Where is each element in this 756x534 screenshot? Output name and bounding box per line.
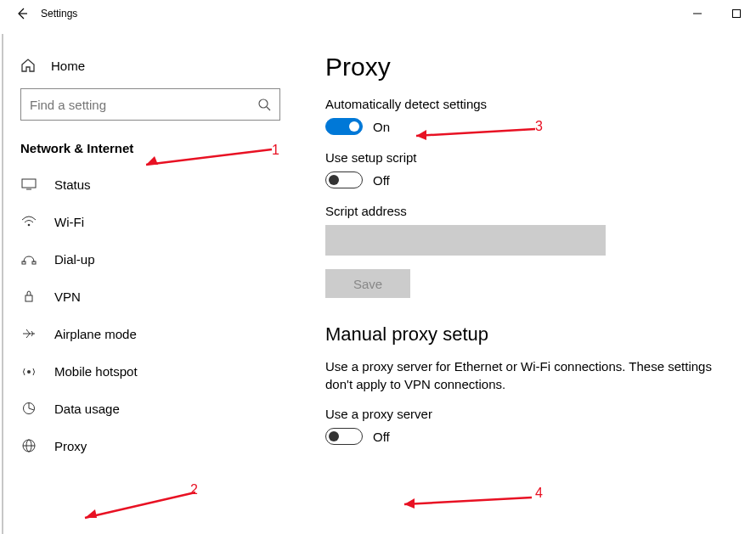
monitor-icon — [20, 178, 37, 190]
home-icon — [20, 58, 37, 73]
use-proxy-label: Use a proxy server — [325, 407, 732, 421]
search-icon — [257, 98, 271, 111]
minimize-button[interactable] — [678, 0, 717, 27]
auto-detect-toggle[interactable] — [325, 118, 363, 135]
search-input[interactable] — [30, 98, 257, 112]
svg-rect-7 — [22, 261, 25, 264]
use-proxy-toggle[interactable] — [325, 428, 363, 445]
sidebar-item-hotspot[interactable]: Mobile hotspot — [0, 352, 301, 390]
svg-point-2 — [259, 99, 268, 108]
sidebar-item-dialup[interactable]: Dial-up — [0, 240, 301, 278]
svg-point-10 — [27, 370, 31, 374]
svg-rect-1 — [733, 9, 741, 17]
svg-line-3 — [267, 107, 270, 110]
svg-rect-8 — [32, 261, 36, 264]
maximize-button[interactable] — [717, 0, 756, 27]
sidebar-item-label: Wi-Fi — [54, 215, 84, 229]
sidebar-item-datausage[interactable]: Data usage — [0, 390, 301, 427]
sidebar-item-airplane[interactable]: Airplane mode — [0, 315, 301, 352]
use-proxy-state: Off — [373, 430, 390, 444]
content-pane: Proxy Automatically detect settings On U… — [302, 27, 756, 534]
setup-script-state: Off — [373, 173, 390, 188]
wifi-icon — [20, 216, 37, 228]
script-address-label: Script address — [325, 204, 732, 218]
setup-script-toggle[interactable] — [325, 171, 363, 188]
sidebar: Home Network & Internet Status Wi-Fi Dia… — [0, 27, 302, 534]
manual-section-header: Manual proxy setup — [325, 323, 732, 346]
data-usage-icon — [20, 402, 37, 415]
globe-icon — [20, 438, 37, 453]
window-title: Settings — [41, 8, 77, 20]
auto-detect-label: Automatically detect settings — [325, 97, 732, 111]
sidebar-item-status[interactable]: Status — [0, 166, 301, 203]
nav-list: Status Wi-Fi Dial-up VPN Airplane mode M… — [0, 166, 301, 464]
sidebar-item-label: Data usage — [54, 402, 120, 416]
sidebar-item-label: VPN — [54, 289, 81, 304]
manual-section-desc: Use a proxy server for Ethernet or Wi-Fi… — [325, 357, 732, 393]
airplane-icon — [20, 328, 37, 340]
sidebar-item-label: Status — [54, 177, 91, 192]
vpn-icon — [20, 290, 37, 302]
script-address-input[interactable] — [325, 225, 606, 256]
sidebar-item-label: Mobile hotspot — [54, 364, 138, 379]
sidebar-item-vpn[interactable]: VPN — [0, 278, 301, 315]
sidebar-item-proxy[interactable]: Proxy — [0, 427, 301, 464]
svg-rect-4 — [22, 179, 36, 188]
category-label: Network & Internet — [0, 141, 301, 166]
back-button[interactable] — [8, 0, 36, 27]
save-button[interactable]: Save — [325, 269, 410, 298]
sidebar-item-label: Airplane mode — [54, 327, 137, 341]
home-link[interactable]: Home — [0, 51, 301, 88]
left-accent-line — [2, 34, 3, 534]
titlebar: Settings — [0, 0, 756, 27]
dialup-icon — [20, 253, 37, 265]
auto-detect-state: On — [373, 120, 390, 134]
sidebar-item-label: Proxy — [54, 439, 87, 453]
page-title: Proxy — [325, 53, 732, 82]
home-label: Home — [51, 59, 85, 73]
svg-rect-9 — [25, 295, 32, 301]
setup-script-label: Use setup script — [325, 150, 732, 165]
sidebar-item-label: Dial-up — [54, 252, 95, 267]
hotspot-icon — [20, 365, 37, 377]
sidebar-item-wifi[interactable]: Wi-Fi — [0, 203, 301, 240]
svg-point-6 — [28, 224, 31, 227]
search-input-wrap[interactable] — [20, 88, 280, 121]
